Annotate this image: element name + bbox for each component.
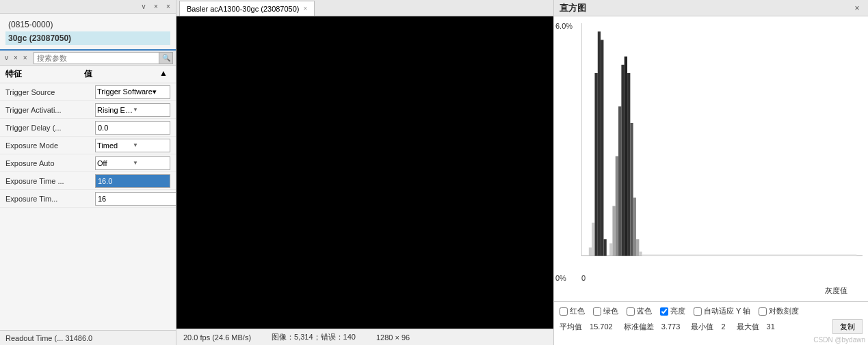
histogram-controls: 红色 绿色 蓝色 亮度 自动适应 Y 轴 — [554, 301, 868, 335]
copy-button[interactable]: 复制 — [832, 319, 863, 334]
red-label: 红色 — [570, 306, 585, 316]
prop-name-trigger-source: Trigger Source — [5, 88, 95, 96]
prop-name-exposure-time: Exposure Time ... — [5, 177, 95, 185]
stat-stddev: 标准偏差 3.773 — [624, 322, 681, 332]
svg-rect-4 — [592, 223, 594, 256]
brightness-checkbox[interactable] — [660, 307, 668, 316]
exposure-mode-dropdown[interactable]: Timed ▼ — [95, 139, 170, 152]
stddev-value: 3.773 — [661, 322, 681, 331]
watermark: CSDN @bydawn — [813, 336, 865, 344]
props-close-btn[interactable]: × — [21, 53, 29, 62]
brightness-label: 亮度 — [670, 306, 685, 316]
trigger-source-dropdown[interactable]: Trigger Software▾ — [95, 85, 170, 99]
exposure-time-stepper-input[interactable] — [95, 192, 176, 206]
trigger-delay-input[interactable] — [95, 121, 170, 135]
close-left-btn[interactable]: × — [163, 2, 173, 12]
histogram-x-zero: 0 — [581, 274, 586, 282]
search-button[interactable]: 🔍 — [159, 52, 173, 64]
svg-rect-9 — [609, 243, 612, 256]
resolution-status: 1280 × 96 — [376, 333, 410, 342]
image-tab[interactable]: Basler acA1300-30gc (23087050) × — [179, 1, 315, 16]
props-pin-btn[interactable]: × — [12, 53, 20, 62]
table-row: Exposure Time ... — [0, 172, 176, 190]
svg-rect-19 — [639, 251, 642, 256]
mean-value: 15.702 — [590, 322, 613, 331]
pin-btn[interactable]: × — [151, 2, 161, 12]
device-list: (0815-0000) 30gc (23087050) — [0, 14, 176, 49]
red-checkbox[interactable] — [560, 307, 568, 316]
props-list: Trigger Source Trigger Software▾ Trigger… — [0, 83, 176, 330]
histogram-chart-area: 6.0% 0% 灰度值 0 — [554, 16, 868, 301]
prop-name-trigger-activation: Trigger Activati... — [5, 106, 95, 114]
histogram-title: 直方图 — [560, 2, 852, 14]
histogram-checkboxes: 红色 绿色 蓝色 亮度 自动适应 Y 轴 — [560, 306, 863, 316]
readout-time-value: 31486.0 — [65, 334, 92, 342]
exposure-auto-dropdown[interactable]: Off ▼ — [95, 156, 170, 170]
prop-name-exposure-mode: Exposure Mode — [5, 141, 95, 150]
minimize-btn[interactable]: v — [139, 2, 148, 12]
search-box: 🔍 — [34, 52, 173, 64]
svg-rect-12 — [618, 107, 621, 256]
checkbox-green: 绿色 — [593, 306, 618, 316]
histogram-titlebar: 直方图 × — [554, 0, 868, 16]
svg-rect-11 — [616, 156, 618, 256]
checkbox-blue: 蓝色 — [627, 306, 652, 316]
tab-close-btn[interactable]: × — [304, 5, 308, 12]
prop-value-trigger-delay[interactable] — [95, 121, 170, 135]
svg-rect-5 — [594, 73, 597, 256]
prop-value-trigger-activation[interactable]: Rising Edge ▼ — [95, 103, 170, 117]
histogram-svg — [581, 23, 863, 281]
auto-y-checkbox[interactable] — [694, 307, 702, 316]
table-row: Exposure Mode Timed ▼ — [0, 137, 176, 154]
prop-name-exposure-time-stepper: Exposure Tim... — [5, 195, 95, 203]
exposure-time-stepper: ▲ ▼ — [95, 192, 170, 206]
prop-value-exposure-mode[interactable]: Timed ▼ — [95, 139, 170, 152]
prop-value-exposure-time[interactable] — [95, 174, 170, 188]
histogram-y-min: 0% — [555, 274, 566, 282]
min-value: 2 — [721, 322, 725, 331]
table-row: Exposure Auto Off ▼ — [0, 154, 176, 172]
properties-panel: v × × 🔍 特征 值 ▲ Trigger Source — [0, 49, 176, 345]
exposure-time-input[interactable] — [95, 174, 170, 188]
min-label: 最小值 — [691, 322, 713, 332]
device-item-2[interactable]: 30gc (23087050) — [5, 31, 170, 45]
svg-rect-13 — [621, 65, 624, 256]
svg-rect-3 — [589, 247, 592, 256]
prop-value-trigger-source[interactable]: Trigger Software▾ — [95, 85, 170, 99]
readout-time-label: Readout Time (... — [5, 334, 63, 342]
props-menu-btn[interactable]: v — [3, 53, 10, 62]
table-row: Trigger Source Trigger Software▾ — [0, 83, 176, 101]
svg-rect-20 — [642, 254, 857, 256]
log-label: 对数刻度 — [769, 306, 799, 316]
log-checkbox[interactable] — [759, 307, 767, 316]
histogram-x-label: 灰度值 — [825, 286, 847, 296]
checkbox-brightness: 亮度 — [660, 306, 685, 316]
tab-label: Basler acA1300-30gc (23087050) — [187, 5, 300, 13]
table-row: Trigger Activati... Rising Edge ▼ — [0, 101, 176, 119]
svg-rect-7 — [601, 40, 603, 256]
green-label: 绿色 — [603, 306, 618, 316]
checkbox-auto-y: 自动适应 Y 轴 — [694, 306, 750, 316]
props-header: 特征 值 ▲ — [0, 66, 176, 83]
svg-rect-8 — [603, 239, 606, 256]
table-row: Trigger Delay (... — [0, 119, 176, 137]
search-input[interactable] — [34, 52, 159, 64]
device-item-1[interactable]: (0815-0000) — [5, 18, 170, 31]
trigger-activation-dropdown[interactable]: Rising Edge ▼ — [95, 103, 170, 117]
image-display — [176, 16, 553, 329]
green-checkbox[interactable] — [593, 307, 601, 316]
svg-rect-17 — [633, 197, 636, 256]
fps-status: 20.0 fps (24.6 MB/s) — [183, 333, 251, 342]
watermark-bar: CSDN @bydawn — [554, 335, 868, 345]
prop-value-exposure-time-stepper[interactable]: ▲ ▼ — [95, 192, 170, 206]
image-status-bar: 20.0 fps (24.6 MB/s) 图像：5,314；错误：140 128… — [176, 329, 553, 345]
table-row: Exposure Tim... ▲ ▼ — [0, 190, 176, 208]
blue-checkbox[interactable] — [627, 307, 635, 316]
checkbox-log: 对数刻度 — [759, 306, 799, 316]
prop-name-exposure-auto: Exposure Auto — [5, 159, 95, 167]
svg-rect-16 — [630, 123, 633, 256]
histogram-close-btn[interactable]: × — [852, 3, 863, 14]
props-toolbar: v × × 🔍 — [0, 51, 176, 66]
prop-value-exposure-auto[interactable]: Off ▼ — [95, 156, 170, 170]
svg-rect-15 — [627, 73, 630, 256]
